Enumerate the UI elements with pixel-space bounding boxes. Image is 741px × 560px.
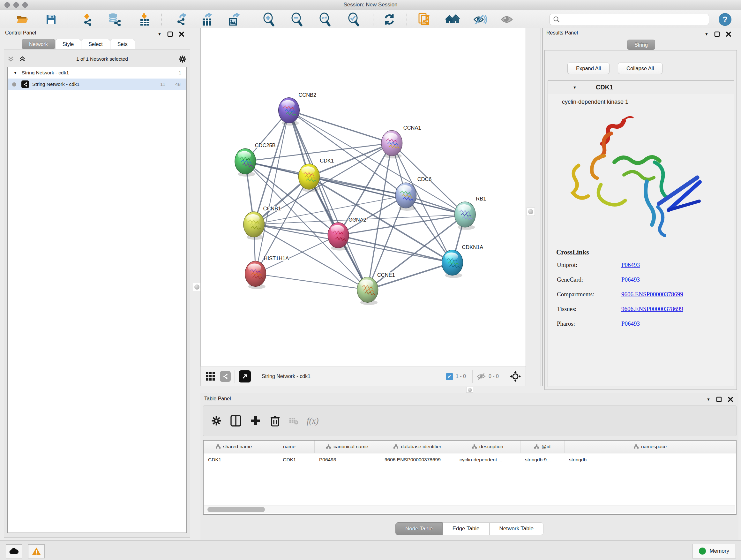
export-image-button[interactable] [225,13,242,26]
close-panel-icon[interactable] [728,396,733,402]
function-builder-icon[interactable]: f(x) [307,416,319,426]
close-panel-icon[interactable] [726,31,731,37]
import-network-file-button[interactable] [78,13,95,26]
crosshair-icon[interactable] [510,371,521,382]
show-all-views-button[interactable] [444,13,461,26]
panel-menu-icon[interactable]: ▼ [704,32,709,36]
zoom-in-button[interactable] [260,13,277,26]
tab-node-table[interactable]: Node Table [395,522,443,535]
tab-network[interactable]: Network [22,39,55,49]
tab-style[interactable]: Style [55,39,81,49]
float-panel-icon[interactable] [714,31,720,37]
import-network-database-button[interactable] [106,13,123,26]
cloud-status-button[interactable] [6,544,22,558]
left-splitter-handle[interactable] [193,283,201,291]
hidden-eye-icon[interactable] [476,373,486,380]
delete-table-icon[interactable] [289,417,298,425]
warning-status-button[interactable] [28,544,45,558]
column-header-canonical-name[interactable]: canonical name [315,441,380,453]
delete-column-icon[interactable] [270,415,280,427]
column-header-namespace[interactable]: namespace [564,441,736,453]
protein-group-header[interactable]: ▼ CDK1 [548,81,734,94]
network-edge-ccnb1-ccna2[interactable] [254,225,338,235]
network-edge-hist1h1a-ccne1[interactable] [256,274,367,290]
network-share-icon[interactable] [220,371,231,382]
zoom-selected-button[interactable] [345,13,362,26]
network-svg[interactable]: CCNB2CCNA1CDC25BCDK1CDC6RB1CCNB1CCNA2CDK… [201,28,526,367]
network-collection-row[interactable]: ▼ String Network - cdk1 1 [8,67,186,78]
grid-view-icon[interactable] [205,371,216,382]
close-panel-icon[interactable] [179,31,185,37]
memory-button[interactable]: Memory [692,544,736,558]
cell-namespace[interactable]: stringdb [564,453,736,466]
network-node-CDK1[interactable]: CDK1 [298,158,334,192]
network-node-CDKN1A[interactable]: CDKN1A [442,244,483,278]
network-edge-ccnb2-ccna1[interactable] [289,111,392,143]
column-header-name[interactable]: name [264,441,315,453]
group-expander-icon[interactable]: ▼ [573,85,577,89]
network-node-CCNE1[interactable]: CCNE1 [357,272,395,305]
horizontal-splitter-handle[interactable] [466,387,473,393]
expand-all-button[interactable]: Expand All [567,63,610,74]
column-header-shared-name[interactable]: shared name [204,441,264,453]
table-settings-gear-icon[interactable] [211,415,222,426]
network-edge-ccnb2-rb1[interactable] [289,111,465,214]
collapse-all-button[interactable]: Collapse All [618,63,663,74]
right-splitter-handle[interactable] [527,207,535,216]
show-hidden-button[interactable] [498,13,515,26]
column-header-description[interactable]: description [455,441,521,453]
table-row[interactable]: CDK1 CDK1 P06493 9606.ENSP00000378699 cy… [204,453,736,466]
tree-expander-icon[interactable]: ▼ [13,71,17,75]
first-neighbors-button[interactable] [415,13,432,26]
tab-string[interactable]: String [627,40,655,50]
zoom-out-button[interactable] [288,13,305,26]
export-table-button[interactable] [199,13,215,26]
network-edge-ccnb2-ccne1[interactable] [289,111,367,290]
tab-edge-table[interactable]: Edge Table [443,522,489,535]
crosslink-link[interactable]: 9606.ENSP00000378699 [621,291,683,298]
cell-name[interactable]: CDK1 [264,453,315,466]
birdseye-view-icon[interactable] [239,370,251,382]
hide-selected-button[interactable] [472,13,488,26]
cell-shared-name[interactable]: CDK1 [204,453,264,466]
search-input[interactable] [560,16,700,23]
panel-menu-icon[interactable]: ▼ [158,32,161,36]
float-panel-icon[interactable] [167,31,173,37]
export-network-button[interactable] [172,13,189,26]
zoom-fit-button[interactable] [317,13,333,26]
save-session-button[interactable] [43,13,59,26]
tab-network-table[interactable]: Network Table [489,522,543,535]
crosslink-link[interactable]: P06493 [621,261,640,268]
selected-checkbox-icon[interactable]: ✓ [446,373,453,380]
open-session-button[interactable] [14,13,30,26]
add-column-icon[interactable] [250,415,261,427]
network-row[interactable]: String Network - cdk1 11 48 [8,78,186,90]
cell-description[interactable]: cyclin-dependent ... [455,453,521,466]
gear-icon[interactable] [179,55,187,63]
column-header-id[interactable]: @id [521,441,564,453]
collapse-all-icon[interactable] [7,56,14,62]
network-node-CCNB1[interactable]: CCNB1 [244,206,281,240]
network-view-canvas[interactable]: CCNB2CCNA1CDC25BCDK1CDC6RB1CCNB1CCNA2CDK… [200,28,526,367]
panel-menu-icon[interactable]: ▼ [706,397,711,401]
network-edge-ccna2-hist1h1a[interactable] [256,235,338,274]
crosslink-link[interactable]: 9606.ENSP00000378699 [621,306,683,313]
import-table-file-button[interactable] [136,13,152,26]
select-columns-icon[interactable] [230,415,242,427]
crosslink-link[interactable]: P06493 [621,276,640,283]
network-node-CCNA1[interactable]: CCNA1 [381,125,421,159]
help-button[interactable]: ? [719,13,731,26]
network-node-CCNB2[interactable]: CCNB2 [279,92,317,126]
float-panel-icon[interactable] [716,396,722,402]
tab-select[interactable]: Select [81,39,110,49]
crosslink-link[interactable]: P06493 [621,320,640,327]
network-node-HIST1H1A[interactable]: HIST1H1A [245,255,289,289]
cell-database-identifier[interactable]: 9606.ENSP00000378699 [380,453,455,466]
apply-layout-button[interactable] [381,13,398,26]
scrollbar-thumb[interactable] [207,507,265,512]
tab-sets[interactable]: Sets [110,39,135,49]
network-node-RB1[interactable]: RB1 [455,196,486,230]
cell-id[interactable]: stringdb:9... [521,453,564,466]
network-edge-ccna2-cdkn1a[interactable] [338,235,452,263]
horizontal-scrollbar[interactable] [204,505,735,513]
